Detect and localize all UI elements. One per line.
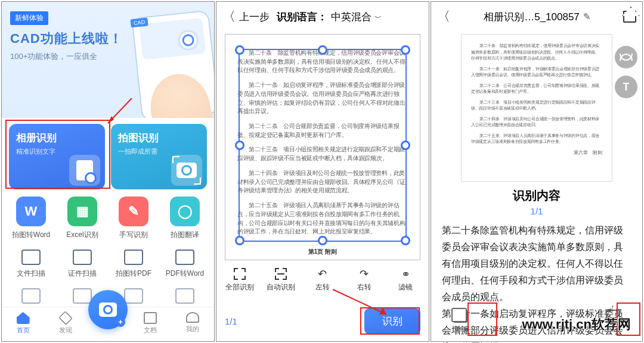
plus-icon: +	[116, 317, 125, 327]
feature-label: 手写识别	[108, 230, 159, 240]
copy-icon	[453, 310, 467, 323]
user-icon	[186, 312, 199, 323]
nav-home[interactable]: 首页	[2, 307, 44, 341]
card-album-recognition[interactable]: 相册识别 精准识别文字	[9, 124, 105, 189]
cube-icon	[58, 311, 73, 325]
nav-label: 首页	[17, 326, 30, 333]
doc-paragraph: 第二十条 除监管机构有特殊规定，信用评级委员会评审会议表决实施简单多数原则，具有…	[237, 49, 408, 75]
feature-Excel识别[interactable]: ▦Excel识别	[57, 197, 108, 240]
filter-icon: ⚭	[398, 268, 413, 280]
folder-icon	[144, 312, 157, 324]
doc-paragraph: 第二十三条 项目小组按照相关规定进行定期跟踪和不定期跟踪评级、跟踪评级不应当被延…	[471, 99, 602, 112]
feature-icon	[124, 288, 143, 304]
nav-label: 发现	[59, 326, 72, 333]
feature-icon: ▦	[67, 197, 97, 226]
doc-paragraph: 第二十一条 如启动复评程序，评级标准委员会增派部分评级委员进入信用评级委员会议。…	[471, 66, 602, 79]
feature-文件扫描[interactable]: 文件扫描	[5, 247, 57, 279]
nav-label: 文档	[144, 326, 157, 333]
chevron-down-icon: ﹀	[374, 14, 382, 22]
feature-label: 拍图转PDF	[108, 269, 159, 279]
feature-label: PDF转Word	[159, 269, 210, 279]
feature-icon	[124, 250, 143, 265]
feature-label: 证件扫描	[57, 269, 108, 279]
feature-label: 拍图翻译	[159, 230, 210, 240]
doc-paragraph: 第二十四条 评级项目及时公司合规统一投放管理资料，此类材料录入公司已完成整理并应…	[237, 169, 408, 195]
crop-handle-bl[interactable]	[235, 236, 244, 245]
doc-page-label: 第1页 附则	[308, 248, 337, 256]
nav-me[interactable]: 我的	[172, 307, 214, 341]
button-label: 复制	[453, 325, 467, 335]
cad-badge-icon: CAD	[130, 17, 148, 27]
home-icon	[17, 312, 30, 324]
crop-handle-br[interactable]	[401, 236, 410, 245]
text-paragraph: 第二十条除监管机构有特殊规定，信用评级委员会评审会议表决实施简单多数原则，具有信…	[442, 225, 623, 302]
doc-paragraph: 第二十条 除监管机构有特殊规定，信用评级委员会评审会议表决实施简单多数原则，具有…	[471, 43, 602, 62]
visibility-toggle-button[interactable]	[615, 46, 637, 68]
camera-icon	[99, 303, 117, 317]
home-icon[interactable]	[623, 11, 636, 23]
tool-recognize-all[interactable]: 全部识别	[219, 268, 261, 292]
badge-new: 新鲜体验	[10, 11, 48, 25]
section-page-indicator: 1/1	[431, 206, 642, 216]
card-camera-recognition[interactable]: 拍图识别 一拍即成所需	[111, 124, 207, 189]
back-button[interactable]: 〈	[437, 8, 451, 26]
page-indicator: 1/1	[225, 316, 237, 326]
annotation-highlight	[360, 307, 420, 335]
feature-more[interactable]	[5, 286, 57, 307]
scan-all-icon	[234, 268, 246, 280]
crop-handle-b[interactable]	[318, 236, 327, 245]
doc-paragraph: 第二十二条 公司合规部负责监督，公司制度将评级结果报批、按规定登记备案和及时更新…	[237, 122, 408, 139]
feature-拍图转PDF[interactable]: 拍图转PDF	[108, 247, 159, 279]
document-thumbnail[interactable]: 第二十条 除监管机构有特殊规定，信用评级委员会评审会议表决实施简单多数原则，具有…	[461, 34, 612, 182]
feature-icon: W	[16, 197, 46, 226]
feature-icon: ◯	[170, 197, 200, 226]
nav-discover[interactable]: 发现	[44, 307, 86, 341]
feature-证件扫描[interactable]: 证件扫描	[57, 247, 108, 279]
doc-paragraph: 第二十三条 项目小组按照相关规定进行定期跟踪和不定期跟踪评级、跟踪评级不应当被延…	[237, 145, 408, 163]
language-value: 中英混合	[331, 11, 371, 23]
doc-paragraph: 第二十五条 评级项目人员离职须基于其事务与评级的评估点，应当评级规定从三项准则按…	[237, 201, 408, 236]
preview-footer: 第六章 附则	[471, 149, 602, 156]
feature-PDF转Word[interactable]: PDF转Word	[159, 247, 210, 279]
feature-icon: ✎	[119, 197, 148, 226]
feature-拍图转Word[interactable]: W拍图转Word	[5, 197, 57, 240]
camera-scan-icon	[171, 155, 202, 186]
feature-拍图翻译[interactable]: ◯拍图翻译	[159, 197, 210, 240]
back-label[interactable]: 上一步	[239, 10, 270, 24]
feature-label: Excel识别	[57, 230, 108, 240]
feature-icon	[73, 250, 92, 265]
camera-fab-button[interactable]: +	[88, 290, 128, 329]
watermark: www.rjtj.cn软荐网	[522, 316, 631, 333]
feature-more[interactable]	[159, 286, 210, 307]
doc-paragraph: 第二十二条 公司合规部负责监督，公司制度将评级结果报批、按规定登记备案和及时更新…	[471, 83, 602, 95]
card-title: 拍图识别	[118, 131, 200, 145]
nav-docs[interactable]: 文档	[129, 307, 172, 341]
feature-icon	[175, 288, 194, 304]
feature-icon	[175, 250, 194, 265]
nav-label: 我的	[186, 325, 199, 332]
tool-label: 自动识别	[261, 282, 302, 292]
feature-icon	[21, 288, 41, 304]
feature-icon	[73, 288, 92, 304]
edit-icon[interactable]: ✎	[583, 11, 591, 22]
copy-button[interactable]: 复制	[453, 310, 467, 335]
feature-label: 文件扫描	[5, 269, 57, 279]
back-button[interactable]: 〈	[222, 8, 236, 26]
tool-recognize-auto[interactable]: 自动识别	[261, 268, 302, 292]
rotate-left-icon: ↶	[315, 268, 330, 280]
tool-label: 全部识别	[219, 282, 261, 292]
feature-手写识别[interactable]: ✎手写识别	[108, 197, 159, 240]
doc-paragraph: 第二十四条 评级项目及时公司合规统一投放管理资料，此类材料录入公司已完成整理并应…	[471, 116, 602, 129]
text-mode-button[interactable]: T	[615, 76, 637, 98]
language-label: 识别语言：	[277, 10, 327, 24]
rotate-right-icon: ↷	[357, 268, 371, 280]
language-selector[interactable]: 中英混合 ﹀	[331, 10, 382, 24]
annotation-highlight	[467, 303, 497, 336]
document-search-icon	[69, 155, 100, 186]
scan-auto-icon	[275, 268, 287, 280]
section-title: 识别内容	[431, 188, 642, 204]
feature-icon	[21, 250, 41, 265]
document-preview[interactable]: 第二十条 除监管机构有特殊规定，信用评级委员会评审会议表决实施简单多数原则，具有…	[225, 34, 420, 260]
doc-paragraph: 第二十五条 评级项目人员离职须基于其事务与评级的评估点，应当评级规定从三项准则按…	[471, 133, 602, 145]
feature-label: 拍图转Word	[5, 230, 57, 240]
